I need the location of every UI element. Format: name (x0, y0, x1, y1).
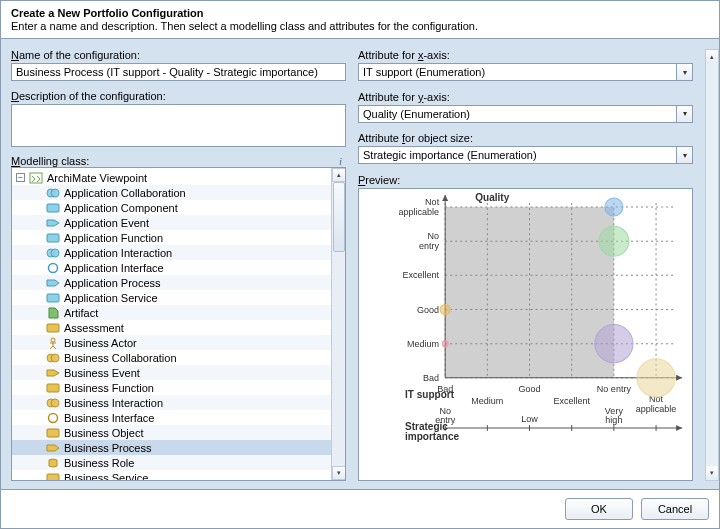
preview-chart: QualityNotapplicableNoentryExcellentGood… (358, 188, 693, 481)
business-actor-icon (46, 337, 60, 349)
tree-item[interactable]: Application Function (12, 230, 331, 245)
dialog-subtitle: Enter a name and description. Then selec… (11, 20, 709, 32)
business-collaboration-icon (46, 352, 60, 364)
tree-item[interactable]: Business Actor (12, 335, 331, 350)
tree-item[interactable]: Business Event (12, 365, 331, 380)
tree-item[interactable]: Artifact (12, 305, 331, 320)
scroll-up-button[interactable]: ▴ (706, 50, 718, 64)
svg-rect-22 (445, 207, 614, 378)
svg-text:applicable: applicable (399, 207, 440, 217)
tree-item[interactable]: Application Component (12, 200, 331, 215)
scroll-up-button[interactable]: ▴ (332, 168, 346, 182)
tree-item-label: Business Service (64, 472, 148, 480)
description-textarea[interactable] (11, 104, 346, 148)
tree-item-label: Business Process (64, 442, 151, 454)
dropdown-icon[interactable]: ▾ (677, 63, 693, 81)
y-axis-select[interactable]: Quality (Enumeration) ▾ (358, 105, 693, 123)
tree-item-label: Application Process (64, 277, 161, 289)
svg-point-15 (51, 399, 59, 407)
svg-point-69 (599, 226, 629, 256)
svg-point-10 (51, 338, 55, 342)
svg-text:Excellent: Excellent (403, 270, 440, 280)
svg-point-70 (440, 304, 450, 314)
y-axis-label: Attribute for y-axis: (358, 91, 693, 103)
tree-item-label: Business Actor (64, 337, 137, 349)
svg-point-12 (51, 354, 59, 362)
tree-item[interactable]: Business Collaboration (12, 350, 331, 365)
body-scrollbar[interactable]: ▴ ▾ (705, 49, 719, 481)
tree-item-label: Application Interaction (64, 247, 172, 259)
tree-item[interactable]: Business Process (12, 440, 331, 455)
cancel-button[interactable]: Cancel (641, 498, 709, 520)
info-icon[interactable]: i (335, 155, 346, 167)
tree-item-label: Business Object (64, 427, 143, 439)
tree-item-label: Application Interface (64, 262, 164, 274)
tree-item[interactable]: Business Service (12, 470, 331, 480)
preview-label: Preview: (358, 174, 693, 186)
application-interface-icon (46, 262, 60, 274)
dropdown-icon[interactable]: ▾ (677, 146, 693, 164)
svg-rect-13 (47, 384, 59, 392)
svg-text:Bad: Bad (423, 373, 439, 383)
collapse-icon[interactable]: − (16, 173, 25, 182)
svg-text:importance: importance (405, 431, 459, 442)
business-interface-icon (46, 412, 60, 424)
tree-item-label: Business Event (64, 367, 140, 379)
tree-item-label: Application Service (64, 292, 158, 304)
tree-root[interactable]: −ArchiMate Viewpoint (12, 170, 331, 185)
svg-text:applicable: applicable (636, 404, 677, 414)
business-event-icon (46, 367, 60, 379)
tree-item-label: Artifact (64, 307, 98, 319)
tree-item[interactable]: Application Interface (12, 260, 331, 275)
tree-item[interactable]: Business Function (12, 380, 331, 395)
tree-item-label: Business Role (64, 457, 134, 469)
dropdown-icon[interactable]: ▾ (677, 105, 693, 123)
application-process-icon (46, 277, 60, 289)
svg-rect-8 (47, 294, 59, 302)
svg-point-7 (49, 263, 58, 272)
tree-item-label: Business Function (64, 382, 154, 394)
tree-item[interactable]: Application Service (12, 290, 331, 305)
x-axis-value: IT support (Enumeration) (358, 63, 677, 81)
y-axis-value: Quality (Enumeration) (358, 105, 677, 123)
size-label: Attribute for object size: (358, 132, 693, 144)
tree-item[interactable]: Assessment (12, 320, 331, 335)
tree-item[interactable]: Application Event (12, 215, 331, 230)
svg-point-68 (605, 198, 623, 216)
svg-point-72 (595, 324, 633, 362)
svg-text:Excellent: Excellent (553, 396, 590, 406)
left-column: Name of the configuration: Description o… (11, 49, 346, 481)
tree-item[interactable]: Application Process (12, 275, 331, 290)
svg-text:Good: Good (417, 304, 439, 314)
tree-item[interactable]: Business Role (12, 455, 331, 470)
scroll-down-button[interactable]: ▾ (706, 466, 718, 480)
svg-text:No: No (428, 231, 440, 241)
svg-text:Good: Good (518, 384, 540, 394)
tree-item-label: Business Collaboration (64, 352, 177, 364)
svg-text:Low: Low (521, 414, 538, 424)
tree-scrollbar[interactable]: ▴ ▾ (331, 168, 345, 480)
svg-rect-17 (47, 429, 59, 437)
tree-item-label: Assessment (64, 322, 124, 334)
ok-button[interactable]: OK (565, 498, 633, 520)
x-axis-select[interactable]: IT support (Enumeration) ▾ (358, 63, 693, 81)
size-select[interactable]: Strategic importance (Enumeration) ▾ (358, 146, 693, 164)
tree-item[interactable]: Business Interface (12, 410, 331, 425)
tree-item[interactable]: Application Collaboration (12, 185, 331, 200)
tree-item[interactable]: Application Interaction (12, 245, 331, 260)
svg-point-2 (51, 189, 59, 197)
application-service-icon (46, 292, 60, 304)
tree-item[interactable]: Business Object (12, 425, 331, 440)
tree-item[interactable]: Business Interaction (12, 395, 331, 410)
tree-list[interactable]: −ArchiMate ViewpointApplication Collabor… (12, 168, 331, 480)
business-service-icon (46, 472, 60, 480)
scroll-down-button[interactable]: ▾ (332, 466, 346, 480)
svg-point-73 (637, 359, 675, 397)
svg-point-16 (49, 413, 58, 422)
dialog-title: Create a New Portfolio Configuration (11, 7, 709, 19)
svg-text:IT support: IT support (405, 389, 455, 400)
name-input[interactable] (11, 63, 346, 81)
scroll-thumb[interactable] (333, 182, 345, 252)
svg-text:Quality: Quality (475, 192, 509, 203)
svg-text:Not: Not (425, 197, 440, 207)
